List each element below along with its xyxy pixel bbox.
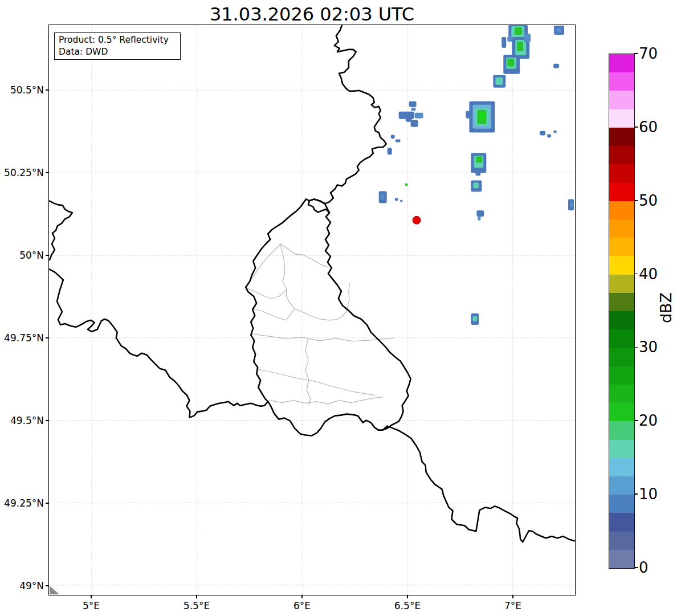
radar-station-marker	[413, 216, 421, 224]
colorbar-segment	[609, 385, 634, 403]
colorbar-segment	[609, 219, 634, 238]
radar-echo-cell	[507, 59, 514, 67]
radar-echo-cell	[405, 183, 408, 186]
radar-echo-cell	[388, 148, 392, 155]
lon-tick-label: 7°E	[487, 600, 539, 611]
colorbar-tick-label: 10	[639, 487, 658, 501]
radar-echo-cell	[476, 210, 484, 217]
colorbar-segment	[609, 109, 634, 128]
colorbar-segment	[609, 72, 634, 91]
colorbar-segment	[609, 293, 634, 311]
radar-echo-cell	[395, 140, 401, 142]
lat-tick-label: 50.5°N	[0, 84, 44, 96]
colorbar-segment	[609, 128, 634, 146]
colorbar-segment	[609, 440, 634, 458]
lon-tick-label: 6°E	[276, 600, 328, 611]
colorbar-segment	[609, 348, 634, 366]
radar-echo-cell	[478, 215, 480, 221]
lon-tick-label: 5.5°E	[171, 600, 222, 611]
colorbar-tick-label: 0	[639, 560, 649, 575]
colorbar-tickmark	[634, 567, 638, 568]
colorbar-tick-label: 20	[639, 413, 658, 428]
radar-echo-cell	[556, 28, 561, 32]
radar-echo-cell	[475, 170, 480, 176]
radar-echo-cell	[524, 34, 531, 42]
lat-tick-label: 50.25°N	[0, 167, 44, 178]
colorbar-segment	[609, 476, 634, 495]
radar-echo-cell	[570, 202, 573, 207]
colorbar-segment	[609, 183, 634, 201]
radar-echo-cell	[479, 112, 485, 120]
lon-tickmark	[91, 595, 92, 598]
radar-echo-cell	[415, 113, 423, 119]
radar-figure: 31.03.2026 02:03 UTC Product: 0.5° Refle…	[0, 0, 685, 616]
colorbar-segment	[609, 550, 634, 568]
radar-map	[49, 25, 575, 595]
canton-borders	[247, 244, 393, 404]
radar-echo-cell	[400, 199, 403, 202]
lat-tickmark	[46, 172, 48, 173]
lat-tickmark	[46, 255, 48, 256]
radar-echo-cell	[553, 130, 557, 133]
colorbar-segment	[609, 275, 634, 293]
radar-echo-cell	[473, 182, 479, 188]
colorbar-segment	[609, 54, 634, 72]
lat-tickmark	[46, 503, 48, 504]
lon-tickmark	[301, 595, 303, 598]
country-borders	[49, 25, 574, 542]
radar-echo-cell	[507, 36, 512, 42]
colorbar-tickmark	[634, 420, 638, 421]
colorbar-segment	[609, 421, 634, 439]
radar-echo-cell	[553, 64, 559, 68]
radar-echo-cell	[395, 198, 398, 201]
lon-tick-label: 5°E	[66, 600, 117, 611]
colorbar-segment	[609, 91, 634, 109]
lon-tickmark	[512, 595, 513, 598]
corner-patch	[50, 586, 59, 594]
info-box-data-line: Data: DWD	[59, 46, 180, 58]
gridlines	[49, 25, 575, 595]
lat-tickmark	[46, 89, 48, 91]
lat-tick-label: 49.5°N	[0, 415, 44, 426]
lon-tick-label: 6.5°E	[382, 600, 433, 611]
colorbar-segment	[609, 458, 634, 476]
radar-echo-cell	[381, 194, 385, 199]
radar-echo-cell	[495, 77, 503, 85]
lat-tickmark	[46, 585, 48, 586]
colorbar-tick-label: 70	[639, 46, 658, 61]
radar-echo-cell	[476, 157, 482, 163]
colorbar-tickmark	[634, 53, 638, 54]
radar-echo-cell	[540, 131, 545, 136]
lat-tick-label: 49.75°N	[0, 332, 44, 344]
colorbar-tick-label: 50	[639, 193, 658, 208]
colorbar-tickmark	[634, 274, 638, 275]
colorbar-segment	[609, 164, 634, 182]
colorbar	[609, 54, 635, 569]
colorbar-segment	[609, 366, 634, 385]
info-box: Product: 0.5° Reflectivity Data: DWD	[54, 32, 181, 60]
colorbar-segment	[609, 403, 634, 421]
lat-tick-label: 50°N	[0, 250, 44, 261]
lon-tickmark	[196, 595, 197, 598]
colorbar-segment	[609, 513, 634, 531]
radar-echo-cell	[472, 316, 477, 321]
lat-tickmark	[46, 337, 48, 338]
info-box-product-line: Product: 0.5° Reflectivity	[59, 34, 180, 46]
radar-echo-cell	[547, 134, 551, 138]
colorbar-tickmark	[634, 493, 638, 495]
colorbar-segment	[609, 201, 634, 219]
colorbar-tick-label: 60	[639, 120, 658, 134]
colorbar-segment	[609, 238, 634, 256]
colorbar-tickmark	[634, 200, 638, 201]
colorbar-segment	[609, 256, 634, 274]
radar-echo-cell	[411, 120, 418, 127]
colorbar-tickmark	[634, 127, 638, 128]
colorbar-segment	[609, 532, 634, 550]
radar-echo-cell	[517, 42, 523, 51]
map-plot-area	[48, 25, 576, 595]
lat-tick-label: 49°N	[0, 580, 44, 591]
colorbar-tick-label: 30	[639, 340, 658, 354]
lon-tickmark	[407, 595, 408, 598]
radar-echo-cell	[391, 135, 395, 139]
radar-echo-cell	[515, 27, 522, 35]
